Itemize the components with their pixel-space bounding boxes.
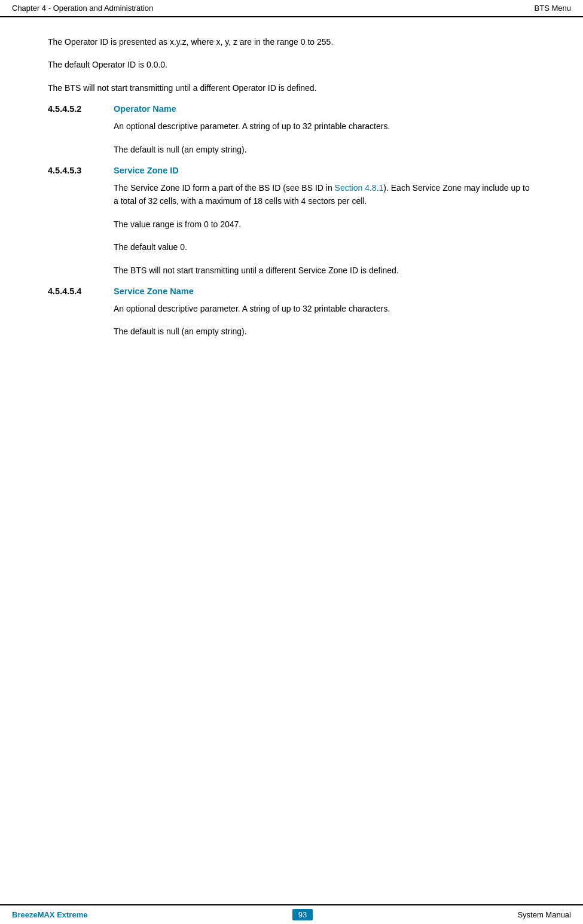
footer-product-name: BreezeMAX Extreme xyxy=(12,910,87,919)
header-chapter-title: Chapter 4 - Operation and Administration xyxy=(12,4,153,13)
service-zone-name-para-1: An optional descriptive parameter. A str… xyxy=(114,302,535,315)
footer-manual-title: System Manual xyxy=(517,910,571,919)
section-title-service-zone-name: Service Zone Name xyxy=(114,286,194,296)
page-content: The Operator ID is presented as x.y.z, w… xyxy=(0,17,583,904)
section-body-service-zone-name: An optional descriptive parameter. A str… xyxy=(114,302,535,339)
section-number-service-zone-id: 4.5.4.5.3 xyxy=(48,166,114,175)
section-4-5-4-5-4: 4.5.4.5.4 Service Zone Name An optional … xyxy=(48,286,535,339)
section-number-operator-name: 4.5.4.5.2 xyxy=(48,104,114,114)
intro-para-3: The BTS will not start transmitting unti… xyxy=(48,81,535,94)
section-4-5-4-5-2: 4.5.4.5.2 Operator Name An optional desc… xyxy=(48,104,535,156)
operator-name-para-1: An optional descriptive parameter. A str… xyxy=(114,120,535,133)
service-zone-id-para-1: The Service Zone ID form a part of the B… xyxy=(114,181,535,208)
service-zone-id-para-4: The BTS will not start transmitting unti… xyxy=(114,264,535,277)
section-title-operator-name: Operator Name xyxy=(114,104,176,114)
section-body-service-zone-id: The Service Zone ID form a part of the B… xyxy=(114,181,535,277)
section-number-service-zone-name: 4.5.4.5.4 xyxy=(48,286,114,296)
service-zone-id-para-2: The value range is from 0 to 2047. xyxy=(114,218,535,231)
page-header: Chapter 4 - Operation and Administration… xyxy=(0,0,583,17)
section-body-operator-name: An optional descriptive parameter. A str… xyxy=(114,120,535,156)
intro-para-1: The Operator ID is presented as x.y.z, w… xyxy=(48,35,535,48)
section-link-4-8-1[interactable]: Section 4.8.1 xyxy=(335,183,384,193)
header-section-title: BTS Menu xyxy=(535,4,571,13)
intro-para-2: The default Operator ID is 0.0.0. xyxy=(48,58,535,71)
operator-name-para-2: The default is null (an empty string). xyxy=(114,143,535,156)
service-zone-name-para-2: The default is null (an empty string). xyxy=(114,325,535,338)
section-title-service-zone-id: Service Zone ID xyxy=(114,166,179,175)
footer-page-number: 93 xyxy=(292,909,313,920)
section-4-5-4-5-3: 4.5.4.5.3 Service Zone ID The Service Zo… xyxy=(48,166,535,277)
service-zone-id-para-3: The default value 0. xyxy=(114,240,535,254)
page-footer: BreezeMAX Extreme 93 System Manual xyxy=(0,904,583,924)
